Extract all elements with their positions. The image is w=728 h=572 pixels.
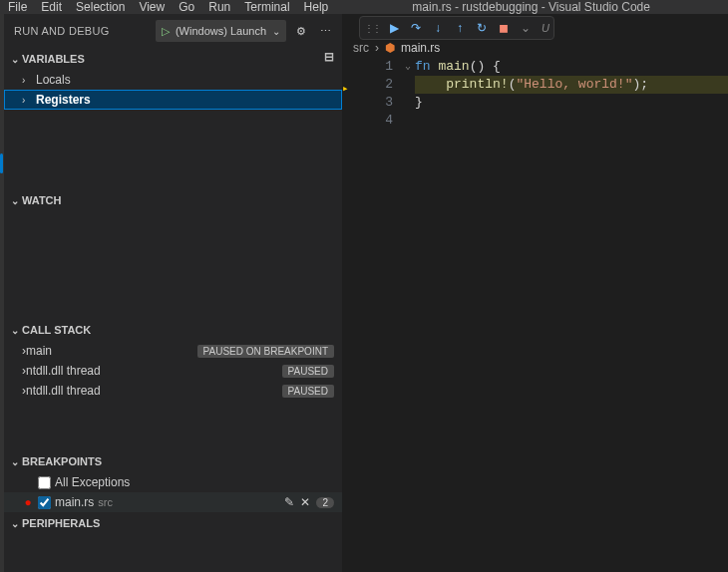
- chevron-right-icon: ›: [22, 75, 36, 86]
- toolbar-chevron-icon[interactable]: ⌄: [518, 20, 534, 36]
- callstack-item-main[interactable]: › main Paused on breakpoint: [4, 341, 342, 361]
- breakpoint-line-badge: 2: [316, 497, 334, 508]
- more-icon[interactable]: ⋯: [316, 25, 334, 38]
- callstack-status: Paused: [282, 365, 334, 378]
- launch-config-label: (Windows) Launch: [176, 25, 266, 37]
- section-watch-title: WATCH: [22, 194, 62, 206]
- editor[interactable]: src › ⬢ main.rs ▸ 1 2 3 4 ⌄ fn main() { …: [343, 14, 728, 572]
- close-icon[interactable]: ✕: [300, 495, 310, 509]
- menu-run[interactable]: Run: [208, 0, 230, 14]
- callstack-label: ntdll.dll thread: [26, 364, 282, 378]
- variables-locals[interactable]: › Locals: [4, 70, 342, 90]
- menu-file[interactable]: File: [8, 0, 27, 14]
- restart-icon[interactable]: ↻: [474, 20, 490, 36]
- chevron-right-icon: ›: [22, 95, 36, 106]
- breakpoint-checkbox[interactable]: [38, 496, 51, 509]
- code-line[interactable]: [415, 112, 728, 130]
- fold-chevron-icon[interactable]: ⌄: [401, 58, 415, 76]
- gear-icon[interactable]: ⚙: [292, 25, 310, 38]
- launch-config-select[interactable]: ▷ (Windows) Launch ⌄: [156, 20, 286, 42]
- all-exceptions-checkbox[interactable]: [38, 476, 51, 489]
- drag-handle-icon[interactable]: ⋮⋮: [364, 23, 380, 34]
- menu-selection[interactable]: Selection: [76, 0, 125, 14]
- stop-icon[interactable]: ◼: [496, 20, 512, 36]
- line-number: 1: [359, 58, 393, 76]
- line-number: 2: [359, 76, 393, 94]
- debug-toolbar-label: U: [542, 22, 549, 34]
- chevron-down-icon[interactable]: ⌄: [272, 26, 280, 37]
- variables-registers-label: Registers: [36, 93, 91, 107]
- chevron-down-icon: ⌄: [8, 195, 22, 206]
- callstack-label: ntdll.dll thread: [26, 384, 282, 398]
- callstack-item[interactable]: › ntdll.dll thread Paused: [4, 361, 342, 381]
- debug-sidebar: Run and Debug ▷ (Windows) Launch ⌄ ⚙ ⋯ ⌄…: [4, 14, 343, 572]
- section-variables-title: VARIABLES: [22, 53, 85, 65]
- step-over-icon[interactable]: ↷: [408, 20, 424, 36]
- menu-terminal[interactable]: Terminal: [244, 0, 289, 14]
- breakpoint-all-exceptions[interactable]: All Exceptions: [4, 472, 342, 492]
- section-peripherals-title: PERIPHERALS: [22, 517, 100, 529]
- section-variables[interactable]: ⌄ VARIABLES ⊟: [4, 48, 342, 70]
- callstack-label: main: [26, 344, 197, 358]
- breakpoint-path: src: [98, 496, 113, 508]
- chevron-down-icon: ⌄: [8, 325, 22, 336]
- code-line[interactable]: }: [415, 94, 728, 112]
- glyph-margin[interactable]: ▸: [343, 58, 359, 130]
- window-title: main.rs - rustdebugging - Visual Studio …: [412, 0, 650, 14]
- code-line[interactable]: println!("Hello, world!");: [415, 76, 728, 94]
- callstack-status: Paused: [282, 385, 334, 398]
- play-icon[interactable]: ▷: [162, 25, 170, 38]
- code-lines[interactable]: fn main() { println!("Hello, world!");}: [415, 58, 728, 130]
- breakpoint-item[interactable]: ● main.rs src ✎ ✕ 2: [4, 492, 342, 512]
- variables-locals-label: Locals: [36, 73, 71, 87]
- section-callstack-title: CALL STACK: [22, 324, 91, 336]
- all-exceptions-label: All Exceptions: [55, 475, 130, 489]
- menu-edit[interactable]: Edit: [41, 0, 62, 14]
- fold-gutter[interactable]: ⌄: [401, 58, 415, 130]
- menu-go[interactable]: Go: [179, 0, 194, 14]
- continue-icon[interactable]: ▶: [386, 20, 402, 36]
- sidebar-title: Run and Debug: [14, 25, 110, 37]
- debug-toolbar[interactable]: ⋮⋮ ▶ ↷ ↓ ↑ ↻ ◼ ⌄ U: [359, 16, 554, 40]
- breakpoint-file: main.rs: [55, 495, 94, 509]
- section-breakpoints[interactable]: ⌄ BREAKPOINTS: [4, 450, 342, 472]
- line-number-gutter: 1 2 3 4: [359, 58, 401, 130]
- line-number: 3: [359, 94, 393, 112]
- variables-registers[interactable]: › Registers: [4, 90, 342, 110]
- code-area[interactable]: ▸ 1 2 3 4 ⌄ fn main() { println!("Hello,…: [343, 58, 728, 130]
- collapse-all-icon[interactable]: ⊟: [320, 50, 338, 68]
- callstack-status: Paused on breakpoint: [197, 345, 334, 358]
- activity-bar-indicator: [0, 14, 4, 572]
- section-watch[interactable]: ⌄ WATCH: [4, 189, 342, 211]
- breakpoint-dot-icon: ●: [22, 495, 34, 509]
- rust-file-icon: ⬢: [385, 41, 395, 55]
- line-number: 4: [359, 112, 393, 130]
- sidebar-header: Run and Debug ▷ (Windows) Launch ⌄ ⚙ ⋯: [4, 14, 342, 48]
- chevron-down-icon: ⌄: [8, 518, 22, 529]
- section-callstack[interactable]: ⌄ CALL STACK: [4, 319, 342, 341]
- edit-icon[interactable]: ✎: [284, 495, 294, 509]
- callstack-item[interactable]: › ntdll.dll thread Paused: [4, 381, 342, 401]
- code-line[interactable]: fn main() {: [415, 58, 728, 76]
- current-line-arrow-icon: ▸: [342, 80, 349, 98]
- step-out-icon[interactable]: ↑: [452, 20, 468, 36]
- section-peripherals[interactable]: ⌄ PERIPHERALS: [4, 512, 342, 534]
- section-breakpoints-title: BREAKPOINTS: [22, 455, 102, 467]
- chevron-down-icon: ⌄: [8, 54, 22, 65]
- breadcrumb-folder[interactable]: src: [353, 41, 369, 55]
- menubar: File Edit Selection View Go Run Terminal…: [0, 0, 728, 14]
- step-into-icon[interactable]: ↓: [430, 20, 446, 36]
- chevron-down-icon: ⌄: [8, 456, 22, 467]
- menu-view[interactable]: View: [139, 0, 165, 14]
- breadcrumb-file[interactable]: main.rs: [401, 41, 440, 55]
- menu-help[interactable]: Help: [304, 0, 329, 14]
- breadcrumb-sep-icon: ›: [375, 41, 379, 55]
